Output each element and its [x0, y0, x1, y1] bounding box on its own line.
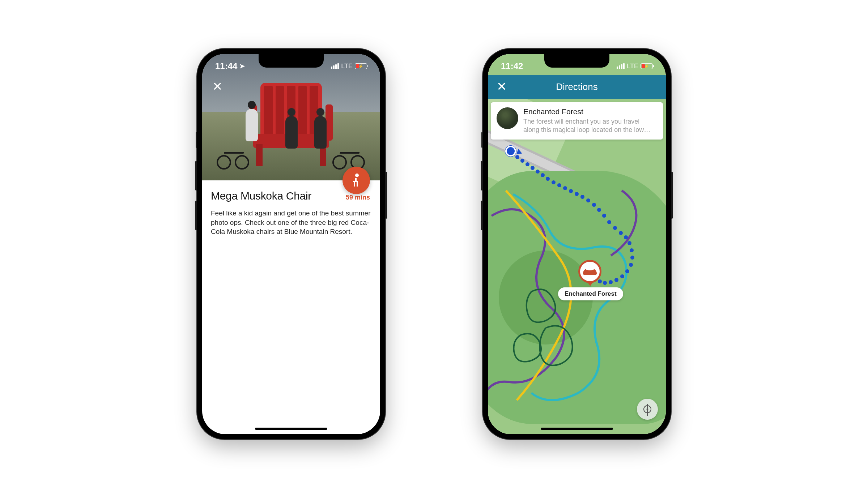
location-services-icon: ➤	[239, 62, 245, 70]
mute-switch	[196, 132, 197, 148]
poi-title: Mega Muskoka Chair	[211, 190, 311, 202]
cell-signal-icon	[617, 63, 625, 69]
phone-mockup-left: 11:44 ➤ LTE ⚡ ✕	[197, 49, 385, 439]
status-time: 11:42	[501, 61, 523, 71]
mute-switch	[481, 132, 483, 148]
status-bar: 11:44 ➤ LTE ⚡	[202, 54, 380, 75]
volume-up-button	[195, 161, 197, 191]
poi-description: Feel like a kid again and get one of the…	[211, 209, 371, 236]
destination-description: The forest will enchant you as you trave…	[523, 117, 657, 134]
destination-pin-label[interactable]: Enchanted Forest	[558, 287, 623, 300]
close-button[interactable]: ✕	[494, 79, 509, 94]
battery-icon: ⚡	[355, 63, 367, 69]
network-label: LTE	[627, 63, 638, 70]
cell-signal-icon	[331, 63, 339, 69]
person-figure	[246, 109, 258, 141]
destination-thumbnail	[497, 107, 518, 129]
locate-me-button[interactable]	[637, 399, 658, 420]
status-time: 11:44	[215, 61, 237, 71]
home-indicator[interactable]	[255, 428, 327, 430]
phone-mockup-right: 11:42 LTE ⚡ Directions ✕ Enchanted Fores…	[483, 49, 671, 439]
bike-illustration	[332, 150, 365, 170]
crosshair-icon	[643, 405, 651, 413]
battery-icon: ⚡	[641, 63, 653, 69]
header-title: Directions	[556, 81, 598, 93]
volume-down-button	[195, 201, 197, 230]
destination-card[interactable]: Enchanted Forest The forest will enchant…	[491, 102, 663, 140]
screen-detail-view: 11:44 ➤ LTE ⚡ ✕	[202, 54, 380, 434]
user-location-marker	[505, 146, 516, 157]
screen-directions-view: 11:42 LTE ⚡ Directions ✕ Enchanted Fores…	[488, 54, 666, 434]
travel-time: 59 mins	[346, 194, 370, 201]
pin-caret-icon	[587, 282, 593, 286]
volume-down-button	[481, 201, 483, 230]
person-figure	[314, 116, 327, 149]
person-figure	[285, 116, 298, 149]
destination-title: Enchanted Forest	[523, 107, 657, 116]
directions-header: Directions	[488, 75, 666, 99]
bike-illustration	[217, 150, 249, 170]
pedestrian-icon	[351, 174, 362, 187]
walk-action-button[interactable]	[342, 167, 370, 194]
close-button[interactable]: ✕	[210, 79, 225, 94]
status-bar: 11:42 LTE ⚡	[488, 54, 666, 75]
volume-up-button	[481, 161, 483, 191]
power-button	[671, 172, 673, 219]
network-label: LTE	[341, 63, 353, 70]
destination-pin[interactable]	[578, 260, 601, 283]
map-view[interactable]: Enchanted Forest	[488, 99, 666, 434]
power-button	[385, 172, 387, 219]
home-indicator[interactable]	[541, 428, 613, 430]
